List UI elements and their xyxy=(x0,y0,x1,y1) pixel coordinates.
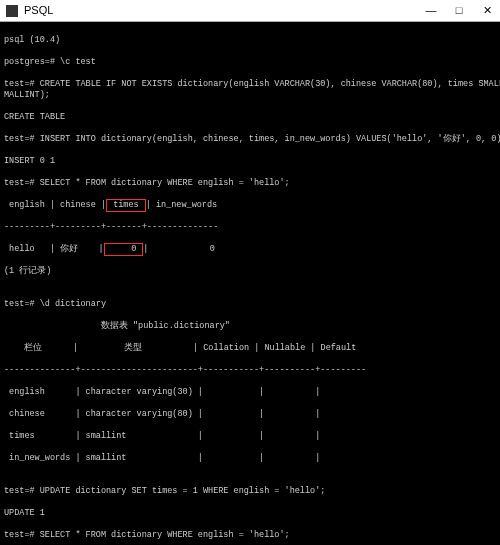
insert-cmd: test=# INSERT INTO dictionary(english, c… xyxy=(4,134,496,145)
update-cmd: test=# UPDATE dictionary SET times = 1 W… xyxy=(4,486,496,497)
close-button[interactable]: ✕ xyxy=(480,5,494,16)
desc1-cmd: test=# \d dictionary xyxy=(4,299,496,310)
window-titlebar: PSQL — □ ✕ xyxy=(0,0,500,22)
desc1-row-times: times | smallint | | | xyxy=(4,431,496,442)
terminal-output[interactable]: psql (10.4) postgres=# \c test test=# CR… xyxy=(0,22,500,545)
desc1-header: 栏位 | 类型 | Collation | Nullable | Default xyxy=(4,343,496,354)
desc1-row-innewwords: in_new_words | smallint | | | xyxy=(4,453,496,464)
result1-row: hello | 你好 | 0 | 0 xyxy=(4,244,496,255)
update-resp: UPDATE 1 xyxy=(4,508,496,519)
create-table-resp: CREATE TABLE xyxy=(4,112,496,123)
result1-divider: ---------+---------+-------+------------… xyxy=(4,222,496,233)
window-controls: — □ ✕ xyxy=(424,5,494,16)
highlight-times-header: times xyxy=(106,199,146,212)
connect-cmd: postgres=# \c test xyxy=(4,57,496,68)
desc1-title: 数据表 "public.dictionary" xyxy=(4,321,496,332)
minimize-button[interactable]: — xyxy=(424,5,438,16)
select2-cmd: test=# SELECT * FROM dictionary WHERE en… xyxy=(4,530,496,541)
create-table-cmd: test=# CREATE TABLE IF NOT EXISTS dictio… xyxy=(4,79,496,101)
window-title: PSQL xyxy=(24,5,424,16)
version-line: psql (10.4) xyxy=(4,35,496,46)
insert-resp: INSERT 0 1 xyxy=(4,156,496,167)
maximize-button[interactable]: □ xyxy=(452,5,466,16)
highlight-times-value: 0 xyxy=(104,243,144,256)
desc1-divider: --------------+-----------------------+-… xyxy=(4,365,496,376)
select1-cmd: test=# SELECT * FROM dictionary WHERE en… xyxy=(4,178,496,189)
desc1-row-chinese: chinese | character varying(80) | | | xyxy=(4,409,496,420)
desc1-row-english: english | character varying(30) | | | xyxy=(4,387,496,398)
result1-header: english | chinese | times | in_new_words xyxy=(4,200,496,211)
psql-icon xyxy=(6,5,18,17)
result1-count: (1 行记录) xyxy=(4,266,496,277)
